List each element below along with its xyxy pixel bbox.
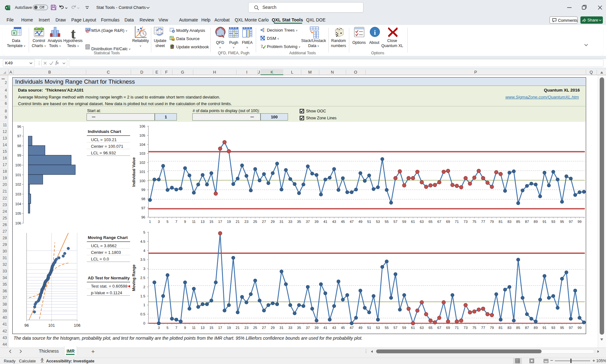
svg-text:X: X [6, 6, 8, 9]
svg-text:X: X [13, 31, 15, 35]
svg-text:SQL: SQL [172, 39, 175, 41]
svg-text:i: i [374, 28, 376, 36]
svg-text:?: ? [261, 44, 263, 49]
